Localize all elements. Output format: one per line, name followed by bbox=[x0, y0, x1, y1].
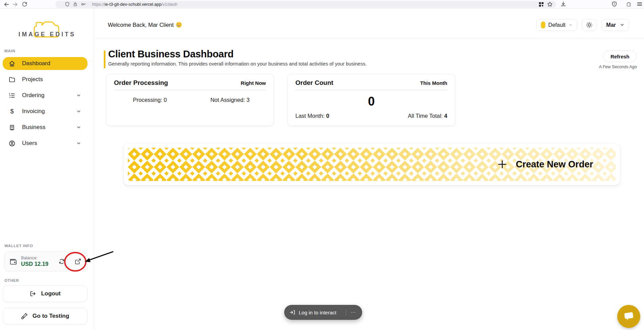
logout-label: Logout bbox=[41, 290, 61, 297]
theme-label: Default bbox=[548, 22, 566, 28]
login-toast[interactable]: Log in to interact ⋯ bbox=[284, 305, 362, 320]
downloads-button[interactable] bbox=[560, 1, 567, 8]
logout-button[interactable]: Logout bbox=[3, 285, 87, 302]
card-title: Order Processing bbox=[114, 79, 168, 87]
list-icon bbox=[8, 92, 16, 99]
sidebar-item-users[interactable]: Users bbox=[3, 137, 87, 150]
hamburger-icon bbox=[637, 1, 643, 7]
puzzle-icon bbox=[626, 1, 632, 7]
not-assigned-stat: Not Assigned: 3 bbox=[210, 97, 250, 103]
extensions-button[interactable] bbox=[626, 1, 632, 8]
tracking-shield-icon bbox=[65, 2, 70, 7]
user-menu-button[interactable]: Mar bbox=[602, 19, 629, 31]
sidebar-section-other: OTHER bbox=[4, 278, 19, 282]
open-wallet-button[interactable] bbox=[74, 257, 82, 266]
forward-arrow-icon bbox=[12, 1, 18, 7]
login-toast-label: Log in to interact bbox=[299, 310, 336, 315]
url-scheme: https:// bbox=[92, 2, 105, 7]
theme-toggle-button[interactable] bbox=[582, 19, 597, 31]
sidebar-item-projects[interactable]: Projects bbox=[3, 73, 87, 86]
sidebar-item-ordering[interactable]: Ordering bbox=[3, 89, 87, 102]
sidebar-item-label: Invoicing bbox=[22, 108, 45, 115]
browser-back-button[interactable] bbox=[3, 1, 9, 7]
toast-more-button[interactable]: ⋯ bbox=[350, 309, 357, 315]
sidebar-item-invoicing[interactable]: $ Invoicing bbox=[3, 105, 87, 118]
browser-chrome: https://ie-t3-git-dev-schubl.vercel.app/… bbox=[0, 0, 644, 8]
browser-reload-button[interactable] bbox=[22, 1, 28, 7]
folder-icon bbox=[8, 76, 16, 83]
processing-value: 0 bbox=[164, 97, 167, 103]
sidebar-section-wallet: WALLET INFO bbox=[4, 244, 33, 248]
sidebar-item-dashboard[interactable]: Dashboard bbox=[3, 57, 87, 70]
topbar-actions: Default Mar bbox=[536, 19, 629, 31]
page-subtitle: Generally reporting information. This pr… bbox=[108, 61, 367, 67]
last-month-label: Last Month: bbox=[295, 113, 325, 119]
balance-box: Balance: USD 12.19 bbox=[21, 256, 57, 267]
grid-icon[interactable] bbox=[539, 2, 544, 7]
refresh-icon bbox=[58, 258, 65, 265]
logo-text: IMAGE EDITS bbox=[0, 31, 94, 38]
not-assigned-label: Not Assigned: bbox=[210, 97, 245, 103]
shield-extension-button[interactable] bbox=[611, 1, 618, 8]
card-title: Order Count bbox=[295, 79, 333, 87]
sidebar: IMAGE EDITS MAIN Dashboard Projects bbox=[0, 8, 94, 330]
login-icon bbox=[289, 309, 295, 315]
last-month-value: 0 bbox=[326, 113, 329, 119]
lock-icon bbox=[73, 2, 78, 7]
browser-forward-button[interactable] bbox=[12, 1, 18, 7]
balance-value: USD 12.19 bbox=[21, 261, 57, 267]
bookmark-star-icon[interactable] bbox=[547, 1, 553, 7]
last-month-stat: Last Month: 0 bbox=[295, 113, 329, 119]
chevron-down-icon bbox=[75, 140, 82, 147]
go-to-testing-button[interactable]: Go to Testing bbox=[3, 308, 87, 325]
sidebar-item-label: Projects bbox=[22, 76, 43, 83]
address-bar[interactable]: https://ie-t3-git-dev-schubl.vercel.app/… bbox=[55, 1, 556, 8]
user-name: Mar bbox=[606, 22, 616, 28]
theme-select-button[interactable]: Default bbox=[536, 19, 577, 31]
plus-icon bbox=[497, 159, 508, 170]
title-accent-bar bbox=[104, 51, 105, 68]
order-count-value: 0 bbox=[288, 94, 455, 109]
home-icon bbox=[8, 60, 16, 67]
chevron-down-icon bbox=[75, 124, 82, 131]
sidebar-section-main: MAIN bbox=[4, 49, 15, 53]
menu-button[interactable] bbox=[637, 1, 643, 8]
order-processing-stats: Processing: 0 Not Assigned: 3 bbox=[106, 97, 273, 103]
sidebar-nav: Dashboard Projects Ordering $ Invoic bbox=[3, 57, 87, 153]
card-period: Right Now bbox=[241, 80, 266, 86]
app-window: IMAGE EDITS MAIN Dashboard Projects bbox=[0, 8, 644, 330]
create-order-banner[interactable]: Create New Order bbox=[124, 144, 620, 185]
logo: IMAGE EDITS bbox=[0, 15, 94, 45]
page-title: Client Business Dashboard bbox=[108, 49, 234, 60]
chevron-down-icon bbox=[75, 108, 82, 115]
not-assigned-value: 3 bbox=[247, 97, 250, 103]
reload-icon bbox=[22, 1, 27, 7]
order-processing-card: Order Processing Right Now Processing: 0… bbox=[106, 74, 274, 126]
processing-label: Processing: bbox=[133, 97, 162, 103]
card-period: This Month bbox=[420, 80, 447, 86]
chevron-down-icon bbox=[75, 92, 82, 99]
chat-icon bbox=[622, 310, 636, 323]
all-time-stat: All Time Total: 4 bbox=[408, 113, 447, 119]
refresh-balance-button[interactable] bbox=[57, 257, 66, 266]
permissions-icon bbox=[81, 2, 86, 7]
create-order-cta[interactable]: Create New Order bbox=[497, 144, 593, 185]
sidebar-item-label: Dashboard bbox=[22, 60, 50, 67]
chat-launcher-button[interactable] bbox=[617, 305, 640, 328]
sidebar-item-label: Ordering bbox=[22, 92, 44, 99]
chevron-down-icon bbox=[569, 23, 572, 27]
all-time-label: All Time Total: bbox=[408, 113, 443, 119]
theme-swatch-icon bbox=[541, 21, 545, 29]
url-text: https://ie-t3-git-dev-schubl.vercel.app/… bbox=[92, 2, 177, 7]
card-header: Order Processing Right Now bbox=[114, 79, 266, 90]
test-tube-icon bbox=[21, 313, 28, 319]
wallet-icon bbox=[9, 257, 17, 265]
wallet-card: Balance: USD 12.19 bbox=[4, 251, 87, 272]
sidebar-item-business[interactable]: Business bbox=[3, 121, 87, 134]
refresh-button[interactable]: Refresh bbox=[603, 51, 637, 62]
processing-stat: Processing: 0 bbox=[133, 97, 167, 103]
url-path: /v1/dash bbox=[161, 2, 177, 7]
shield-icon bbox=[611, 1, 617, 7]
sun-icon bbox=[586, 21, 593, 29]
welcome-message: Welcome Back, Mar Client bbox=[108, 22, 182, 28]
